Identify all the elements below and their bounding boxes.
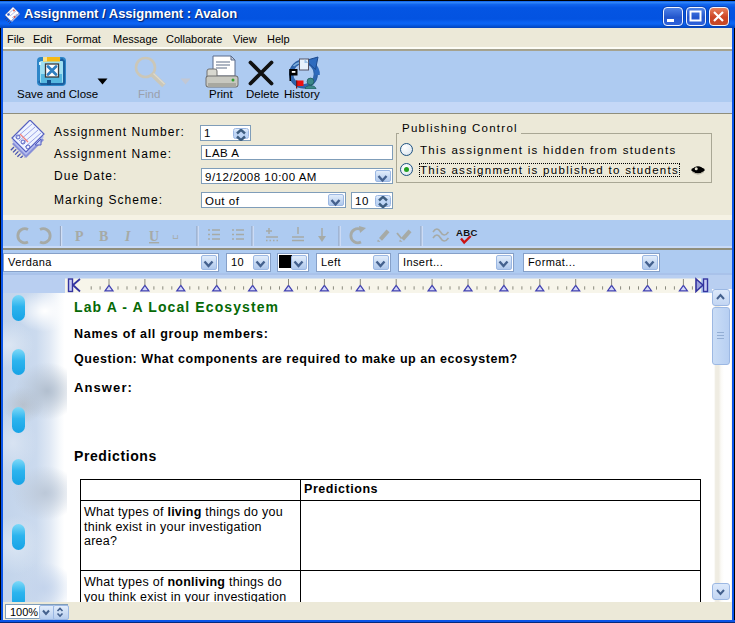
svg-text:B: B xyxy=(99,229,108,244)
svg-text:I: I xyxy=(124,229,131,244)
svg-text:ABC: ABC xyxy=(456,227,478,238)
svg-text:ப: ப xyxy=(172,230,178,241)
svg-text:P: P xyxy=(75,229,84,244)
svg-text:U: U xyxy=(149,229,159,244)
